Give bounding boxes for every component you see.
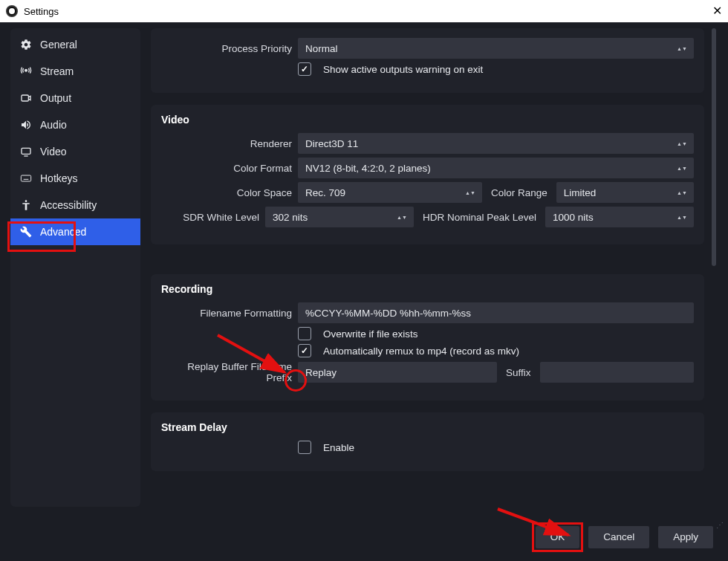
svg-point-0 bbox=[25, 69, 27, 71]
hdr-peak-label: HDR Nominal Peak Level bbox=[420, 212, 539, 223]
sidebar-item-accessibility[interactable]: Accessibility bbox=[10, 192, 140, 218]
process-priority-value: Normal bbox=[305, 43, 338, 54]
replay-prefix-field[interactable]: Replay bbox=[298, 362, 497, 383]
show-active-outputs-label: Show active outputs warning on exit bbox=[323, 64, 483, 75]
svg-rect-4 bbox=[21, 175, 30, 181]
show-active-outputs-checkbox[interactable] bbox=[298, 62, 311, 76]
suffix-label: Suffix bbox=[503, 367, 534, 378]
overwrite-label: Overwrite if file exists bbox=[323, 328, 418, 340]
sidebar-item-advanced[interactable]: Advanced bbox=[10, 218, 140, 245]
sidebar-item-label: General bbox=[40, 39, 131, 51]
process-priority-combo[interactable]: Normal ▲▼ bbox=[298, 38, 694, 59]
spinner-arrows-icon: ▲▼ bbox=[677, 190, 686, 195]
filename-formatting-field[interactable]: %CCYY-%MM-%DD %hh-%mm-%ss bbox=[298, 302, 694, 323]
footer: OK Cancel Apply ⋰ bbox=[0, 513, 728, 561]
hdr-peak-value: 1000 nits bbox=[553, 212, 594, 223]
spinner-arrows-icon: ▲▼ bbox=[677, 141, 686, 146]
main-panel: Process Priority Normal ▲▼ Show active o… bbox=[151, 28, 718, 507]
stream-delay-enable-checkbox[interactable] bbox=[298, 441, 311, 454]
stream-delay-section-title: Stream Delay bbox=[161, 421, 694, 433]
sdr-white-value: 302 nits bbox=[273, 212, 308, 223]
sidebar-item-label: Video bbox=[40, 146, 131, 158]
tools-icon bbox=[19, 225, 33, 239]
sidebar-item-audio[interactable]: Audio bbox=[10, 111, 140, 138]
color-range-value: Limited bbox=[564, 187, 597, 198]
stream-delay-enable-label: Enable bbox=[323, 442, 354, 453]
color-format-value: NV12 (8-bit, 4:2:0, 2 planes) bbox=[305, 163, 431, 174]
sidebar-item-label: Accessibility bbox=[40, 199, 131, 211]
color-format-label: Color Format bbox=[161, 163, 298, 174]
window-title: Settings bbox=[24, 6, 59, 17]
sidebar: General Stream Output Audio Video bbox=[10, 28, 140, 507]
filename-formatting-label: Filename Formatting bbox=[161, 308, 298, 319]
color-format-combo[interactable]: NV12 (8-bit, 4:2:0, 2 planes) ▲▼ bbox=[298, 158, 694, 178]
apply-button[interactable]: Apply bbox=[658, 526, 713, 548]
overwrite-checkbox[interactable] bbox=[298, 327, 311, 340]
filename-formatting-value: %CCYY-%MM-%DD %hh-%mm-%ss bbox=[305, 308, 471, 319]
spinner-arrows-icon: ▲▼ bbox=[397, 215, 406, 220]
color-space-combo[interactable]: Rec. 709 ▲▼ bbox=[298, 182, 482, 203]
scrollbar-thumb[interactable] bbox=[712, 28, 716, 266]
sidebar-item-label: Advanced bbox=[40, 226, 131, 238]
spinner-arrows-icon: ▲▼ bbox=[677, 46, 686, 51]
ok-button[interactable]: OK bbox=[536, 526, 580, 548]
gear-icon bbox=[19, 38, 33, 51]
keyboard-icon bbox=[19, 172, 33, 185]
sdr-white-spinner[interactable]: 302 nits ▲▼ bbox=[265, 207, 414, 227]
sidebar-item-label: Audio bbox=[40, 119, 131, 131]
auto-remux-checkbox[interactable] bbox=[298, 344, 311, 357]
app-icon bbox=[6, 5, 18, 17]
sidebar-item-label: Hotkeys bbox=[40, 172, 131, 184]
suffix-field[interactable] bbox=[540, 362, 694, 383]
renderer-label: Renderer bbox=[161, 138, 298, 149]
title-bar: Settings ✕ bbox=[0, 0, 728, 22]
color-range-label: Color Range bbox=[488, 187, 550, 198]
cancel-button[interactable]: Cancel bbox=[588, 526, 649, 548]
svg-rect-2 bbox=[22, 148, 30, 154]
sidebar-item-output[interactable]: Output bbox=[10, 85, 140, 111]
monitor-icon bbox=[19, 145, 33, 158]
accessibility-icon bbox=[19, 198, 33, 212]
replay-prefix-value: Replay bbox=[305, 367, 337, 378]
sidebar-item-video[interactable]: Video bbox=[10, 138, 140, 165]
sidebar-item-label: Stream bbox=[40, 65, 131, 77]
svg-point-10 bbox=[25, 200, 27, 202]
auto-remux-label: Automatically remux to mp4 (record as mk… bbox=[323, 346, 519, 357]
sidebar-item-hotkeys[interactable]: Hotkeys bbox=[10, 165, 140, 192]
color-space-label: Color Space bbox=[161, 187, 298, 198]
output-icon bbox=[19, 91, 33, 105]
color-space-value: Rec. 709 bbox=[305, 187, 345, 198]
sidebar-item-label: Output bbox=[40, 92, 131, 104]
spinner-arrows-icon: ▲▼ bbox=[466, 190, 475, 195]
scrollbar[interactable] bbox=[709, 28, 718, 507]
resize-grip-icon[interactable]: ⋰ bbox=[716, 521, 725, 530]
recording-section-title: Recording bbox=[161, 283, 694, 295]
sidebar-item-general[interactable]: General bbox=[10, 31, 140, 58]
color-range-combo[interactable]: Limited ▲▼ bbox=[556, 182, 694, 203]
close-icon[interactable]: ✕ bbox=[712, 5, 722, 17]
video-section-title: Video bbox=[161, 114, 694, 126]
replay-prefix-label: Replay Buffer Filename Prefix bbox=[161, 361, 298, 383]
svg-rect-1 bbox=[22, 95, 28, 101]
spinner-arrows-icon: ▲▼ bbox=[677, 166, 686, 171]
sdr-white-label: SDR White Level bbox=[161, 212, 265, 223]
antenna-icon bbox=[19, 65, 33, 78]
speaker-icon bbox=[19, 118, 33, 132]
sidebar-item-stream[interactable]: Stream bbox=[10, 58, 140, 85]
hdr-peak-spinner[interactable]: 1000 nits ▲▼ bbox=[545, 207, 694, 227]
spinner-arrows-icon: ▲▼ bbox=[677, 215, 686, 220]
renderer-combo[interactable]: Direct3D 11 ▲▼ bbox=[298, 133, 694, 154]
renderer-value: Direct3D 11 bbox=[305, 138, 358, 149]
process-priority-label: Process Priority bbox=[161, 43, 298, 54]
